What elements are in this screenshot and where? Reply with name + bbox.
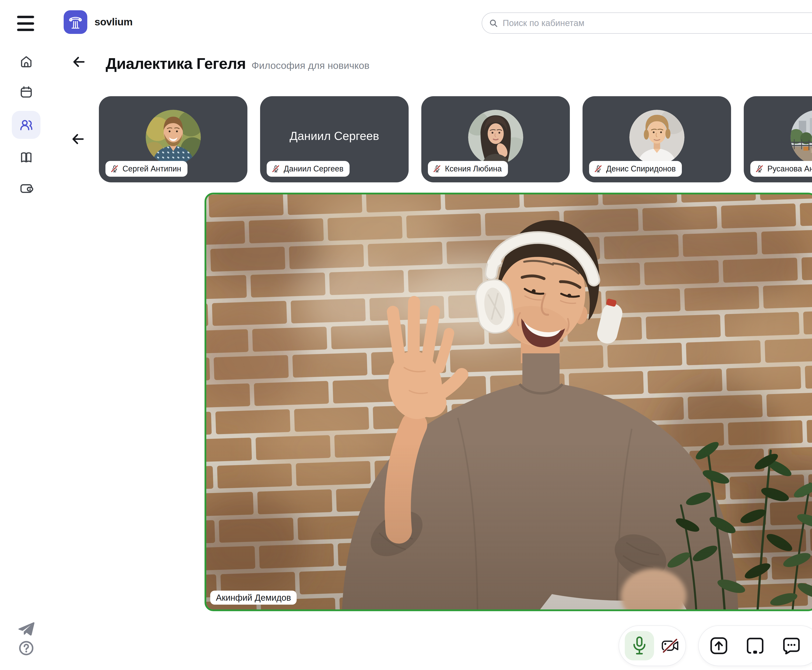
active-speaker-video[interactable]: Акинфий Демидов [205,193,812,611]
participant-tile[interactable]: Даниил Сергеев Даниил Сергеев [260,96,409,183]
participant-name-label: Даниил Сергеев [267,161,349,177]
participant-name-label: Русанова Анна [750,161,812,177]
screen-share-button[interactable] [746,637,764,654]
participant-tile[interactable]: Ксения Любина [421,96,570,183]
participant-tile[interactable]: Русанова Анна [744,96,812,183]
microphone-button[interactable] [625,631,654,660]
participant-center-name: Даниил Сергеев [260,129,409,142]
screen-share-icon [746,637,764,654]
column-icon [67,14,84,30]
back-button[interactable] [71,54,87,70]
av-controls [619,625,686,666]
speaker-video-frame [206,195,812,609]
microphone-on-icon [632,636,647,655]
avatar [468,110,523,165]
room-title: Диалектика ГегеляФилософия для новичков [106,55,370,73]
share-icon [710,637,727,655]
sidebar-item-home[interactable] [12,47,41,75]
home-icon [19,54,33,68]
mic-muted-icon [433,164,441,173]
mic-muted-icon [110,164,119,173]
mic-muted-icon [271,164,280,173]
search-icon [489,19,498,28]
brand-name: sovlium [95,16,132,28]
participant-tile[interactable]: Денис Спиридонов [583,96,731,183]
avatar [629,110,685,165]
sidebar-item-schedule[interactable] [12,78,41,106]
sidebar-item-wallet[interactable] [12,174,41,202]
help-icon [18,640,35,656]
room-title-text: Диалектика Гегеля [106,55,246,72]
avatar [146,110,201,165]
tiles-back-button[interactable] [70,131,86,147]
sidebar-item-library[interactable] [12,143,41,171]
participant-name-label: Денис Спиридонов [589,161,682,177]
participant-name-label: Ксения Любина [428,161,508,177]
room-subtitle: Философия для новичков [252,60,370,71]
speaker-name-label: Акинфий Демидов [210,590,297,605]
app-logo[interactable] [64,10,87,34]
sidebar-item-help[interactable] [12,634,41,662]
calendar-icon [19,85,33,99]
participants-icon [19,118,33,132]
menu-button[interactable] [17,16,34,31]
participant-name-label: Сергей Антипин [105,161,188,177]
sidebar-item-participants[interactable] [12,111,41,139]
search-input[interactable] [502,18,812,28]
share-button[interactable] [710,637,727,655]
camera-button[interactable] [661,638,680,653]
meeting-controls [698,625,812,666]
mic-muted-icon [755,164,764,173]
camera-off-icon [661,638,680,653]
book-icon [19,150,33,164]
chat-icon [783,637,800,654]
participant-tile[interactable]: Сергей Антипин [99,96,247,183]
chat-button[interactable] [783,637,800,654]
avatar [790,110,812,165]
search-bar[interactable] [482,12,812,34]
wallet-icon [19,181,33,195]
mic-muted-icon [594,164,603,173]
